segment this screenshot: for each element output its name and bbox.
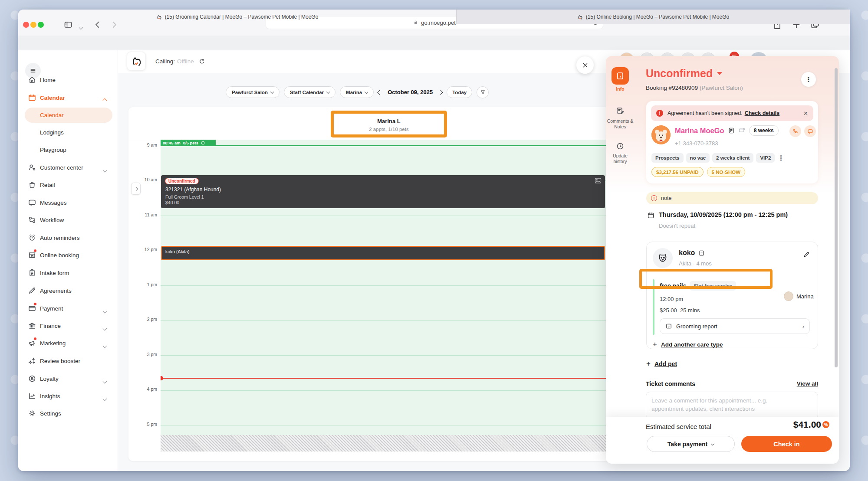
calendar-icon	[28, 93, 36, 102]
chevron-down-icon	[103, 377, 106, 385]
service-time: 12:00 pm	[660, 296, 683, 302]
tag[interactable]: no vac	[686, 153, 710, 163]
tab-update-label2: history	[606, 159, 635, 164]
next-day-button[interactable]	[438, 90, 443, 95]
booking-id: Booking #92480909	[646, 85, 698, 91]
sidebar-item-workflow[interactable]: Workflow	[18, 211, 118, 229]
info-icon	[201, 141, 205, 145]
close-alert-icon[interactable]: ✕	[803, 110, 808, 117]
appointment-afghan-hound[interactable]: Unconfirmed 321321 (Afghan Hound) Full G…	[161, 175, 605, 208]
chevron-down-icon	[326, 90, 330, 93]
sidebar-item-agreements[interactable]: Agreements	[18, 282, 118, 300]
sidebar-item-calendar-sub[interactable]: Calendar	[18, 106, 118, 124]
visit-frequency-pill[interactable]: 8 weeks	[749, 125, 779, 136]
time-label: 3 pm	[128, 352, 157, 357]
panel-scrollbar[interactable]	[835, 68, 838, 367]
card-on-file-icon[interactable]	[738, 127, 746, 134]
tag[interactable]: 2 weeks client	[712, 153, 753, 163]
client-note-icon[interactable]	[728, 127, 735, 134]
sidebar-item-online-booking[interactable]: Online booking	[18, 246, 118, 264]
view-dropdown[interactable]: Staff Calendar	[284, 86, 335, 98]
noshow-badge[interactable]: 5 NO-SHOW	[707, 167, 745, 177]
time-label: 10 am	[128, 177, 157, 182]
client-name[interactable]: Marina MoeGo	[675, 127, 724, 135]
client-phone: +1 343-070-3783	[675, 140, 718, 147]
calendar-grid[interactable]: 08:45 am 0/5 pets Unconfirmed 321321 (Af…	[161, 140, 617, 435]
tab-grooming-calendar[interactable]: (15) Grooming Calendar | MoeGo – Pawsome…	[18, 10, 456, 24]
tab-info[interactable]	[612, 67, 629, 85]
chat-icon	[807, 128, 813, 134]
prev-day-button[interactable]	[377, 90, 382, 95]
pet-card: koko Akita · 4 mos free nails Slot free …	[646, 242, 818, 349]
more-tags-icon[interactable]: ⋮	[777, 154, 784, 162]
status-badge: Unconfirmed	[165, 178, 199, 184]
pet-avatar[interactable]	[653, 248, 673, 268]
tag[interactable]: VIP2	[756, 153, 775, 163]
chevron-right-icon: ›	[802, 323, 804, 330]
tab-update-history[interactable]	[616, 142, 625, 151]
sidebar-item-finance[interactable]: Finance	[18, 317, 118, 335]
add-care-type-link[interactable]: + Add another care type	[653, 340, 723, 349]
booking-note[interactable]: ! note	[646, 192, 818, 204]
sidebar-item-customer-center[interactable]: Customer center	[18, 159, 118, 177]
tab-title: (15) Grooming Calendar | MoeGo – Pawsome…	[165, 14, 319, 20]
calling-value: Offline	[177, 58, 194, 65]
close-panel-button[interactable]	[576, 56, 594, 74]
sidebar-item-insights[interactable]: Insights	[18, 387, 118, 405]
staff-dropdown[interactable]: Marina	[340, 86, 374, 98]
unpaid-badge[interactable]: $3,217.56 UNPAID	[651, 167, 704, 177]
filter-button[interactable]	[477, 86, 489, 98]
current-time-dot	[161, 376, 163, 380]
pet-note-icon[interactable]	[698, 250, 705, 256]
check-details-link[interactable]: Check details	[745, 110, 780, 116]
sidebar-item-messages[interactable]: Messages	[18, 194, 118, 212]
capacity-badge[interactable]: 08:45 am 0/5 pets	[161, 140, 216, 146]
sidebar-item-lodgings[interactable]: Lodgings	[18, 124, 118, 141]
sidebar-item-home[interactable]: Home	[18, 71, 118, 89]
refresh-icon[interactable]	[199, 58, 205, 65]
tab-online-booking[interactable]: (15) Online Booking | MoeGo – Pawsome Pe…	[456, 10, 850, 24]
take-payment-button[interactable]: Take payment	[647, 436, 735, 452]
sidebar-item-auto-reminders[interactable]: Auto reminders	[18, 229, 118, 247]
today-button[interactable]: Today	[447, 86, 472, 98]
tab-bar	[18, 36, 850, 50]
expand-sidebar-chevron[interactable]	[131, 183, 141, 195]
sidebar-item-intake-form[interactable]: Intake form	[18, 264, 118, 282]
add-pet-link[interactable]: + Add pet	[646, 360, 677, 368]
stars-icon	[28, 357, 36, 365]
time-label: 1 pm	[128, 282, 157, 287]
client-card: ! Agreement hasn't been signed. Check de…	[646, 101, 818, 183]
chevron-down-icon	[270, 90, 274, 93]
sidebar-item-review-booster[interactable]: Review booster	[18, 352, 118, 370]
location-dropdown[interactable]: Pawfurct Salon	[226, 86, 279, 98]
sidebar-item-loyalty[interactable]: Loyalty	[18, 370, 118, 388]
client-tags: Prospects no vac 2 weeks client VIP2 ⋮	[651, 153, 784, 163]
sidebar-item-calendar[interactable]: Calendar	[18, 89, 118, 107]
appointment-title: 321321 (Afghan Hound)	[165, 187, 605, 193]
edit-pencil-icon[interactable]	[803, 251, 810, 258]
more-options-button[interactable]: ⋮	[801, 72, 816, 87]
sidebar-item-payment[interactable]: Payment	[18, 300, 118, 317]
alert-text: Agreement hasn't been signed.	[667, 110, 743, 116]
check-in-button[interactable]: Check in	[741, 436, 832, 452]
sidebar-item-settings[interactable]: Settings	[18, 405, 118, 422]
sidebar-item-playgroup[interactable]: Playgroup	[18, 141, 118, 159]
client-avatar[interactable]	[651, 125, 671, 144]
moego-logo	[127, 52, 146, 71]
appointment-koko-selected[interactable]: koko (Akita)	[161, 246, 605, 260]
tab-update-label1: Update	[606, 153, 635, 159]
comment-input[interactable]: Leave a comment for this appointment... …	[646, 392, 818, 419]
call-button[interactable]	[789, 125, 801, 137]
sidebar-item-retail[interactable]: Retail	[18, 176, 118, 194]
pet-name[interactable]: koko	[679, 249, 695, 257]
tab-comments-notes[interactable]	[616, 106, 625, 115]
calendar-card: Marina L 2 appts, 1/10 pets 9 am 10 am 1…	[128, 107, 617, 461]
booking-status-dropdown[interactable]: Unconfirmed	[646, 67, 722, 80]
grooming-report-button[interactable]: Grooming report ›	[660, 318, 810, 334]
view-all-link[interactable]: View all	[775, 380, 818, 387]
sidebar-item-marketing[interactable]: Marketing	[18, 334, 118, 352]
tag[interactable]: Prospects	[651, 153, 684, 163]
info-doc-icon	[616, 72, 625, 80]
message-button[interactable]	[804, 125, 816, 137]
discount-badge-icon[interactable]: %	[822, 421, 829, 428]
